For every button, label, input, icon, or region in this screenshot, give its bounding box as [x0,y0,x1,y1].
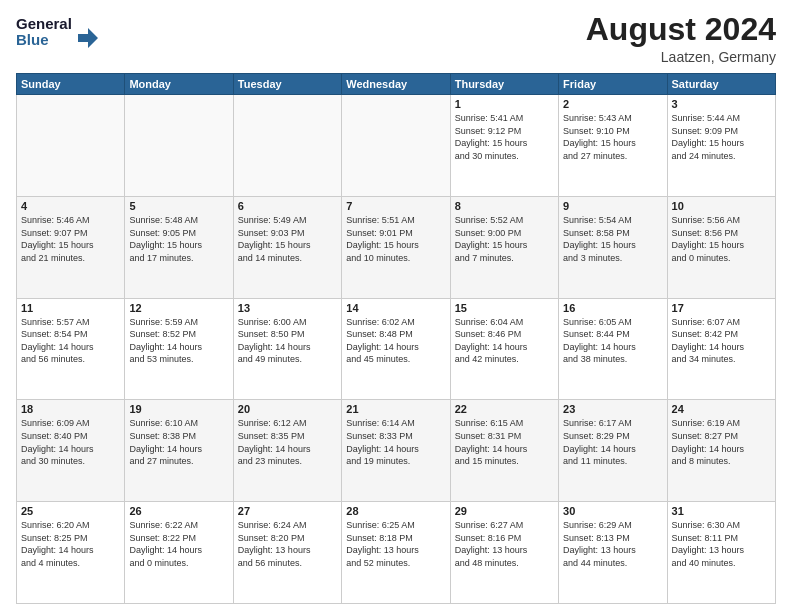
day-detail: Sunrise: 5:59 AMSunset: 8:52 PMDaylight:… [129,316,228,366]
day-number: 14 [346,302,445,314]
day-number: 22 [455,403,554,415]
day-detail: Sunrise: 5:54 AMSunset: 8:58 PMDaylight:… [563,214,662,264]
calendar-week-4: 18Sunrise: 6:09 AMSunset: 8:40 PMDayligh… [17,400,776,502]
header: General Blue August 2024 Laatzen, German… [16,12,776,65]
day-number: 7 [346,200,445,212]
weekday-header-row: Sunday Monday Tuesday Wednesday Thursday… [17,74,776,95]
header-sunday: Sunday [17,74,125,95]
table-cell: 22Sunrise: 6:15 AMSunset: 8:31 PMDayligh… [450,400,558,502]
day-number: 6 [238,200,337,212]
day-number: 8 [455,200,554,212]
day-detail: Sunrise: 6:20 AMSunset: 8:25 PMDaylight:… [21,519,120,569]
calendar-table: Sunday Monday Tuesday Wednesday Thursday… [16,73,776,604]
day-detail: Sunrise: 6:00 AMSunset: 8:50 PMDaylight:… [238,316,337,366]
day-detail: Sunrise: 6:10 AMSunset: 8:38 PMDaylight:… [129,417,228,467]
table-cell: 9Sunrise: 5:54 AMSunset: 8:58 PMDaylight… [559,196,667,298]
header-thursday: Thursday [450,74,558,95]
logo: General Blue [16,12,106,48]
day-detail: Sunrise: 6:04 AMSunset: 8:46 PMDaylight:… [455,316,554,366]
table-cell: 20Sunrise: 6:12 AMSunset: 8:35 PMDayligh… [233,400,341,502]
day-number: 30 [563,505,662,517]
table-cell: 23Sunrise: 6:17 AMSunset: 8:29 PMDayligh… [559,400,667,502]
table-cell: 13Sunrise: 6:00 AMSunset: 8:50 PMDayligh… [233,298,341,400]
day-detail: Sunrise: 5:46 AMSunset: 9:07 PMDaylight:… [21,214,120,264]
calendar-week-1: 1Sunrise: 5:41 AMSunset: 9:12 PMDaylight… [17,95,776,197]
day-detail: Sunrise: 5:41 AMSunset: 9:12 PMDaylight:… [455,112,554,162]
day-detail: Sunrise: 6:19 AMSunset: 8:27 PMDaylight:… [672,417,771,467]
day-detail: Sunrise: 6:24 AMSunset: 8:20 PMDaylight:… [238,519,337,569]
day-number: 2 [563,98,662,110]
table-cell: 1Sunrise: 5:41 AMSunset: 9:12 PMDaylight… [450,95,558,197]
table-cell: 17Sunrise: 6:07 AMSunset: 8:42 PMDayligh… [667,298,775,400]
day-number: 15 [455,302,554,314]
table-cell: 25Sunrise: 6:20 AMSunset: 8:25 PMDayligh… [17,502,125,604]
table-cell: 28Sunrise: 6:25 AMSunset: 8:18 PMDayligh… [342,502,450,604]
location: Laatzen, Germany [586,49,776,65]
table-cell [342,95,450,197]
calendar-week-3: 11Sunrise: 5:57 AMSunset: 8:54 PMDayligh… [17,298,776,400]
day-number: 20 [238,403,337,415]
svg-text:Blue: Blue [16,31,49,48]
day-number: 3 [672,98,771,110]
day-detail: Sunrise: 6:29 AMSunset: 8:13 PMDaylight:… [563,519,662,569]
day-detail: Sunrise: 6:30 AMSunset: 8:11 PMDaylight:… [672,519,771,569]
table-cell: 4Sunrise: 5:46 AMSunset: 9:07 PMDaylight… [17,196,125,298]
header-monday: Monday [125,74,233,95]
table-cell: 18Sunrise: 6:09 AMSunset: 8:40 PMDayligh… [17,400,125,502]
day-number: 11 [21,302,120,314]
header-wednesday: Wednesday [342,74,450,95]
day-number: 23 [563,403,662,415]
day-detail: Sunrise: 6:02 AMSunset: 8:48 PMDaylight:… [346,316,445,366]
table-cell: 27Sunrise: 6:24 AMSunset: 8:20 PMDayligh… [233,502,341,604]
table-cell: 29Sunrise: 6:27 AMSunset: 8:16 PMDayligh… [450,502,558,604]
day-detail: Sunrise: 5:43 AMSunset: 9:10 PMDaylight:… [563,112,662,162]
header-tuesday: Tuesday [233,74,341,95]
day-detail: Sunrise: 6:09 AMSunset: 8:40 PMDaylight:… [21,417,120,467]
day-number: 26 [129,505,228,517]
day-number: 16 [563,302,662,314]
day-number: 13 [238,302,337,314]
day-detail: Sunrise: 5:44 AMSunset: 9:09 PMDaylight:… [672,112,771,162]
table-cell: 21Sunrise: 6:14 AMSunset: 8:33 PMDayligh… [342,400,450,502]
table-cell: 15Sunrise: 6:04 AMSunset: 8:46 PMDayligh… [450,298,558,400]
table-cell: 10Sunrise: 5:56 AMSunset: 8:56 PMDayligh… [667,196,775,298]
day-number: 9 [563,200,662,212]
day-detail: Sunrise: 5:49 AMSunset: 9:03 PMDaylight:… [238,214,337,264]
svg-marker-2 [78,28,98,48]
calendar-week-2: 4Sunrise: 5:46 AMSunset: 9:07 PMDaylight… [17,196,776,298]
day-number: 4 [21,200,120,212]
table-cell [17,95,125,197]
table-cell: 31Sunrise: 6:30 AMSunset: 8:11 PMDayligh… [667,502,775,604]
table-cell: 24Sunrise: 6:19 AMSunset: 8:27 PMDayligh… [667,400,775,502]
day-number: 29 [455,505,554,517]
table-cell: 26Sunrise: 6:22 AMSunset: 8:22 PMDayligh… [125,502,233,604]
day-detail: Sunrise: 6:25 AMSunset: 8:18 PMDaylight:… [346,519,445,569]
day-detail: Sunrise: 6:17 AMSunset: 8:29 PMDaylight:… [563,417,662,467]
day-number: 27 [238,505,337,517]
day-detail: Sunrise: 6:22 AMSunset: 8:22 PMDaylight:… [129,519,228,569]
day-detail: Sunrise: 6:15 AMSunset: 8:31 PMDaylight:… [455,417,554,467]
month-title: August 2024 [586,12,776,47]
table-cell: 7Sunrise: 5:51 AMSunset: 9:01 PMDaylight… [342,196,450,298]
day-detail: Sunrise: 6:12 AMSunset: 8:35 PMDaylight:… [238,417,337,467]
day-detail: Sunrise: 5:51 AMSunset: 9:01 PMDaylight:… [346,214,445,264]
day-detail: Sunrise: 5:57 AMSunset: 8:54 PMDaylight:… [21,316,120,366]
day-number: 28 [346,505,445,517]
day-number: 31 [672,505,771,517]
day-detail: Sunrise: 5:56 AMSunset: 8:56 PMDaylight:… [672,214,771,264]
header-saturday: Saturday [667,74,775,95]
title-block: August 2024 Laatzen, Germany [586,12,776,65]
table-cell: 6Sunrise: 5:49 AMSunset: 9:03 PMDaylight… [233,196,341,298]
table-cell: 30Sunrise: 6:29 AMSunset: 8:13 PMDayligh… [559,502,667,604]
day-detail: Sunrise: 6:07 AMSunset: 8:42 PMDaylight:… [672,316,771,366]
day-number: 5 [129,200,228,212]
day-number: 17 [672,302,771,314]
day-number: 1 [455,98,554,110]
table-cell: 5Sunrise: 5:48 AMSunset: 9:05 PMDaylight… [125,196,233,298]
day-number: 24 [672,403,771,415]
svg-text:General: General [16,15,72,32]
table-cell: 8Sunrise: 5:52 AMSunset: 9:00 PMDaylight… [450,196,558,298]
day-detail: Sunrise: 6:14 AMSunset: 8:33 PMDaylight:… [346,417,445,467]
logo-svg: General Blue [16,12,106,48]
table-cell: 2Sunrise: 5:43 AMSunset: 9:10 PMDaylight… [559,95,667,197]
